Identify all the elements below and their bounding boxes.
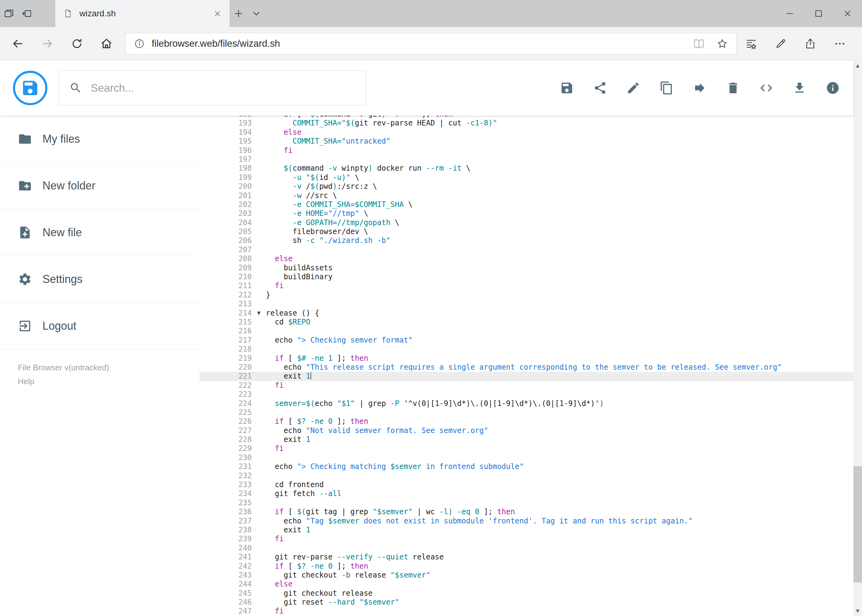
code-line[interactable]: 225 [199, 408, 853, 417]
tabs-preview-icon[interactable] [0, 0, 18, 27]
code-line[interactable]: 246 git reset --hard "$semver" [199, 598, 853, 607]
sidebar-item-new-file[interactable]: New file [0, 209, 199, 256]
search-input[interactable] [91, 82, 355, 94]
maximize-button[interactable] [804, 0, 833, 27]
forward-button[interactable] [33, 27, 62, 60]
code-line[interactable]: 192 if [ "$(command -v git)" != "" ]; th… [199, 116, 853, 119]
code-line[interactable]: 193 COMMIT_SHA="$(git rev-parse HEAD | c… [199, 119, 853, 127]
refresh-button[interactable] [62, 27, 92, 60]
scrollbar-down-arrow-icon[interactable]: ▼ [853, 606, 862, 615]
code-line[interactable]: 218 [199, 345, 853, 354]
web-note-pen-icon[interactable] [766, 27, 796, 60]
code-line[interactable]: 220 echo "This release script requires a… [199, 363, 853, 372]
move-button[interactable] [693, 81, 707, 95]
code-line[interactable]: 227 echo "Not valid semver format. See s… [199, 426, 853, 435]
code-line[interactable]: 244 else [199, 580, 853, 589]
code-line[interactable]: 219 if [ $# -ne 1 ]; then [199, 354, 853, 363]
code-line[interactable]: 212} [199, 291, 853, 300]
download-button[interactable] [793, 81, 807, 95]
tab-list-chevron-icon[interactable] [247, 0, 265, 27]
scrollbar-up-arrow-icon[interactable]: ▲ [853, 61, 862, 70]
code-line[interactable]: 198 $(command -v winpty) docker run --rm… [199, 164, 853, 173]
code-line[interactable]: 221 exit 1 [199, 372, 853, 381]
code-line[interactable]: 213 [199, 300, 853, 308]
share-button[interactable] [593, 81, 607, 95]
code-line[interactable]: 224 semver=$(echo "$1" | grep -P '^v(0|[… [199, 399, 853, 408]
scrollbar-thumb[interactable] [853, 466, 862, 583]
code-line[interactable]: 206 sh -c "./wizard.sh -b" [199, 236, 853, 245]
code-line[interactable]: 202 -e COMMIT_SHA=$COMMIT_SHA \ [199, 200, 853, 209]
code-line[interactable]: 199 -u "$(id -u)" \ [199, 173, 853, 182]
sidebar-item-my-files[interactable]: My files [0, 116, 199, 162]
code-line[interactable]: 217 echo "> Checking semver format" [199, 336, 853, 345]
code-line[interactable]: 234 git fetch --all [199, 489, 853, 498]
code-line[interactable]: 233 cd frontend [199, 480, 853, 489]
code-line[interactable]: 231 echo "> Checking matching $semver in… [199, 462, 853, 471]
rename-button[interactable] [626, 81, 640, 95]
set-tabs-aside-icon[interactable] [18, 0, 36, 27]
code-line[interactable]: 247 fi [199, 607, 853, 616]
raw-code-button[interactable] [759, 81, 773, 95]
search-box[interactable] [58, 71, 366, 105]
code-line[interactable]: 226 if [ $? -ne 0 ]; then [199, 417, 853, 426]
code-line[interactable]: 245 git checkout release [199, 589, 853, 598]
code-line[interactable]: 241 git rev-parse --verify --quiet relea… [199, 553, 853, 561]
code-line[interactable]: 215 cd $REPO [199, 318, 853, 327]
close-button[interactable] [833, 0, 862, 27]
code-line[interactable]: 196 fi [199, 146, 853, 155]
code-line[interactable]: 222 fi [199, 381, 853, 390]
fold-marker-icon[interactable]: ▼ [252, 309, 266, 318]
code-line[interactable]: 240 [199, 544, 853, 553]
copy-button[interactable] [660, 81, 674, 95]
code-line[interactable]: 201 -w //src \ [199, 191, 853, 200]
site-info-icon[interactable] [134, 38, 145, 49]
more-options-icon[interactable] [825, 27, 855, 60]
code-line[interactable]: 194 else [199, 128, 853, 137]
code-line[interactable]: 242 if [ $? -ne 0 ]; then [199, 562, 853, 571]
home-button[interactable] [92, 27, 121, 60]
code-line[interactable]: 238 exit 1 [199, 526, 853, 534]
sidebar-item-settings[interactable]: Settings [0, 256, 199, 303]
code-line[interactable]: 235 [199, 498, 853, 508]
code-line[interactable]: 210 buildBinary [199, 272, 853, 281]
code-line[interactable]: 200 -v /$(pwd):/src:z \ [199, 182, 853, 191]
code-line[interactable]: 204 -e GOPATH=//tmp/gopath \ [199, 218, 853, 227]
code-line[interactable]: 195 COMMIT_SHA="untracked" [199, 137, 853, 146]
code-line[interactable]: 230 [199, 453, 853, 462]
code-line[interactable]: 237 echo "Tag $semver does not exist in … [199, 517, 853, 526]
code-line[interactable]: 211 fi [199, 281, 853, 290]
code-line[interactable]: 243 git checkout -b release "$semver" [199, 571, 853, 580]
sidebar-item-new-folder[interactable]: New folder [0, 162, 199, 209]
code-line[interactable]: 207 [199, 245, 853, 255]
reading-view-icon[interactable] [693, 38, 705, 50]
code-line[interactable]: 209 buildAssets [199, 264, 853, 272]
address-bar[interactable]: filebrowser.web/files/wizard.sh [126, 33, 736, 55]
code-line[interactable]: 229 fi [199, 444, 853, 453]
add-favorite-star-icon[interactable] [717, 38, 728, 50]
help-link[interactable]: Help [18, 377, 34, 386]
delete-button[interactable] [726, 81, 740, 95]
info-button[interactable] [826, 81, 840, 95]
tab-wizard-sh[interactable]: wizard.sh [55, 0, 230, 27]
code-line[interactable]: 239 fi [199, 534, 853, 544]
code-line[interactable]: 216 [199, 327, 853, 336]
code-line[interactable]: 197 [199, 155, 853, 164]
minimize-button[interactable] [775, 0, 804, 27]
sidebar-item-logout[interactable]: Logout [0, 303, 199, 349]
code-line[interactable]: 223 [199, 390, 853, 399]
share-page-icon[interactable] [796, 27, 825, 60]
code-line[interactable]: 203 -e HOME="//tmp" \ [199, 209, 853, 218]
back-button[interactable] [3, 27, 33, 60]
new-tab-button[interactable] [230, 0, 247, 27]
code-line[interactable]: 214▼release () { [199, 309, 853, 318]
tab-close-icon[interactable] [213, 9, 222, 18]
save-button[interactable] [560, 81, 574, 95]
hub-favorites-icon[interactable] [736, 27, 766, 60]
code-line[interactable]: 232 [199, 471, 853, 480]
code-editor[interactable]: 192 if [ "$(command -v git)" != "" ]; th… [199, 116, 853, 616]
code-line[interactable]: 228 exit 1 [199, 435, 853, 444]
code-line[interactable]: 205 filebrowser/dev \ [199, 227, 853, 236]
page-scrollbar[interactable]: ▲ ▼ [853, 60, 862, 616]
code-line[interactable]: 236 if [ $(git tag | grep "$semver" | wc… [199, 508, 853, 516]
code-line[interactable]: 208 else [199, 255, 853, 263]
